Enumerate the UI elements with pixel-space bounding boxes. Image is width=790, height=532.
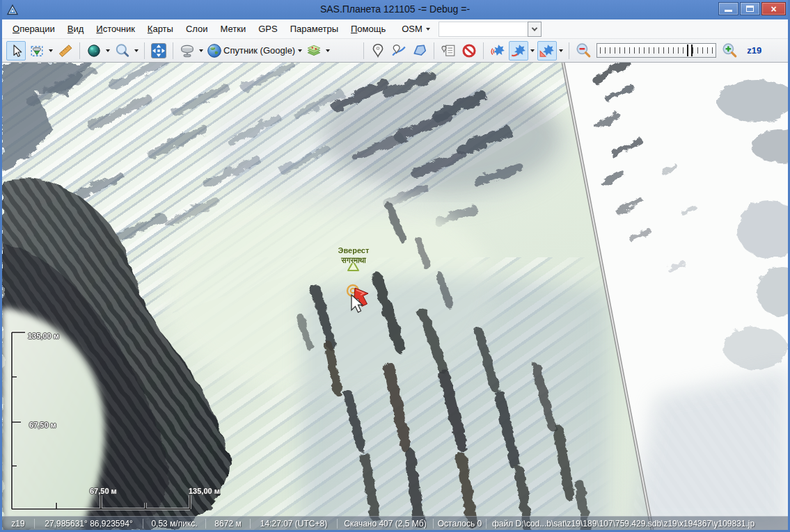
- status-coordinates: 27,985631° 86,923594°: [35, 519, 143, 529]
- toolbar-separator: [144, 42, 145, 59]
- selection-manager-button[interactable]: [27, 41, 47, 61]
- maximize-button[interactable]: [740, 2, 760, 15]
- ruler-icon: [58, 43, 73, 58]
- zoom-slider-ticks: [600, 44, 713, 57]
- cache-mode-button[interactable]: [177, 41, 197, 61]
- status-zoom: z19: [2, 519, 35, 529]
- chevron-down-icon[interactable]: [559, 49, 563, 52]
- placemark-pin-icon: [371, 43, 385, 58]
- window-title: SAS.Планета 121105 -= Debug =-: [320, 3, 470, 15]
- map-viewport[interactable]: Эверест सगरमाथा 135,00 м 67,50 м 67,50 м…: [2, 63, 788, 530]
- hide-marks-button[interactable]: [459, 41, 479, 61]
- menu-gps[interactable]: GPS: [252, 21, 283, 37]
- menu-source[interactable]: Источник: [90, 21, 141, 37]
- close-icon: ×: [771, 3, 776, 15]
- toolbar-separator: [79, 42, 80, 59]
- menu-maps[interactable]: Карты: [141, 21, 180, 37]
- toolbar-zoom-level: z19: [747, 45, 761, 56]
- close-button[interactable]: ×: [761, 2, 786, 15]
- placemark-manager-button[interactable]: [439, 41, 458, 61]
- fullscreen-icon: [150, 42, 167, 59]
- menu-placemarks[interactable]: Метки: [214, 21, 253, 37]
- zoom-slider[interactable]: [597, 43, 716, 58]
- app-window: SAS.Планета 121105 -= Debug =- × Операци…: [0, 0, 790, 532]
- status-elevation: 8672 м: [206, 519, 251, 529]
- cache-disk-icon: [180, 43, 195, 58]
- satellite-terrain: [2, 63, 788, 530]
- polygon-icon: [412, 43, 427, 58]
- gps-follow-button[interactable]: [537, 41, 557, 61]
- gps-connect-icon: [489, 43, 506, 58]
- toolbar-separator: [363, 42, 364, 59]
- status-downloaded: Скачано 407 (2,5 Мб): [338, 519, 434, 529]
- gps-connect-button[interactable]: [488, 41, 507, 61]
- placemark-list-icon: [441, 43, 456, 58]
- add-polygon-button[interactable]: [410, 41, 429, 61]
- search-icon: [115, 43, 130, 58]
- layers-button[interactable]: [304, 41, 324, 61]
- toolbar-separator: [173, 42, 173, 59]
- zoom-out-button[interactable]: [574, 41, 593, 61]
- osm-label: OSM: [402, 24, 422, 34]
- gps-track-button[interactable]: [509, 41, 528, 61]
- combobox-dropdown-button[interactable]: [528, 22, 542, 37]
- search-combobox[interactable]: [439, 22, 542, 37]
- toolbar: Спутник (Google): [2, 39, 788, 63]
- title-bar[interactable]: SAS.Планета 121105 -= Debug =- ×: [0, 0, 790, 19]
- app-icon: [6, 3, 19, 16]
- fullscreen-button[interactable]: [149, 41, 168, 61]
- no-entry-icon: [461, 43, 477, 58]
- menu-help[interactable]: Помощь: [345, 21, 392, 37]
- earth-globe-icon: [207, 43, 222, 58]
- chevron-down-icon: [298, 49, 302, 52]
- add-path-button[interactable]: [389, 41, 409, 61]
- ruler-button[interactable]: [56, 41, 75, 61]
- path-icon: [391, 43, 406, 58]
- zoom-in-icon: [721, 42, 738, 59]
- gps-track-icon: [510, 43, 527, 58]
- maximize-icon: [746, 6, 754, 12]
- status-file-path: файл D:\cod...b\sat\z19\189\107\759.429.…: [487, 519, 788, 529]
- menu-parameters[interactable]: Параметры: [284, 21, 345, 37]
- add-placemark-button[interactable]: [368, 41, 388, 61]
- chevron-down-icon[interactable]: [49, 49, 53, 52]
- go-to-search-button[interactable]: [113, 41, 132, 61]
- status-bar: z19 27,985631° 86,923594° 0,53 м/пикс. 8…: [2, 516, 788, 530]
- status-resolution: 0,53 м/пикс.: [143, 519, 206, 529]
- zoom-in-button[interactable]: [720, 41, 739, 61]
- chevron-down-icon[interactable]: [134, 49, 139, 52]
- menu-operations[interactable]: Операции: [6, 21, 61, 37]
- menu-layers[interactable]: Слои: [180, 21, 214, 37]
- status-remaining: Осталось 0: [434, 519, 487, 529]
- fill-map-button[interactable]: [84, 41, 104, 61]
- minimize-icon: [725, 10, 732, 12]
- map-source-button[interactable]: Спутник (Google): [206, 41, 303, 61]
- map-source-label: Спутник (Google): [223, 45, 295, 56]
- zoom-out-icon: [575, 42, 592, 59]
- gps-follow-icon: [539, 43, 555, 58]
- chevron-down-icon[interactable]: [530, 49, 535, 52]
- dark-globe-icon: [87, 44, 101, 58]
- minimize-button[interactable]: [718, 2, 738, 15]
- layers-icon: [306, 43, 322, 58]
- menu-bar: Операции Вид Источник Карты Слои Метки G…: [2, 19, 788, 39]
- chevron-down-icon[interactable]: [106, 49, 110, 52]
- selection-download-icon: [30, 44, 44, 58]
- pointer-icon: [9, 44, 23, 58]
- zoom-slider-thumb[interactable]: [687, 45, 693, 56]
- toolbar-separator: [434, 42, 434, 59]
- chevron-down-icon: [426, 28, 430, 31]
- toolbar-separator: [483, 42, 484, 59]
- menu-view[interactable]: Вид: [61, 21, 90, 37]
- osm-search-button[interactable]: OSM: [396, 22, 436, 36]
- chevron-down-icon[interactable]: [199, 49, 203, 52]
- toolbar-separator: [569, 42, 569, 59]
- status-time: 14:27:07 (UTC+8): [251, 519, 338, 529]
- pointer-tool-button[interactable]: [6, 41, 26, 61]
- chevron-down-icon[interactable]: [326, 49, 330, 52]
- chevron-down-icon: [532, 25, 537, 31]
